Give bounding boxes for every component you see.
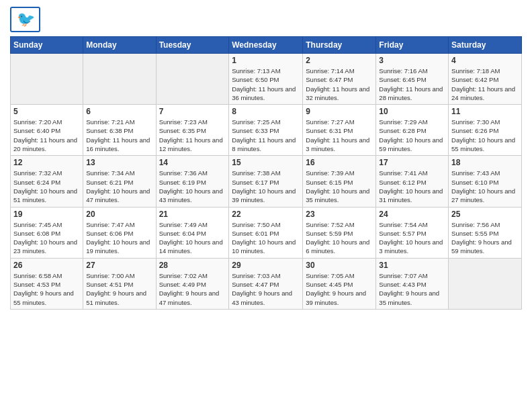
- day-info: Sunrise: 7:21 AMSunset: 6:38 PMDaylight:…: [86, 118, 152, 153]
- calendar-day-cell: 21Sunrise: 7:49 AMSunset: 6:04 PMDayligh…: [156, 207, 229, 258]
- weekday-header-cell: Wednesday: [229, 37, 303, 54]
- calendar-day-cell: 29Sunrise: 7:03 AMSunset: 4:47 PMDayligh…: [229, 258, 303, 309]
- day-number: 6: [86, 107, 152, 116]
- day-number: 30: [306, 261, 373, 270]
- calendar-day-cell: 22Sunrise: 7:50 AMSunset: 6:01 PMDayligh…: [229, 207, 303, 258]
- day-number: 10: [379, 107, 445, 116]
- calendar-day-cell: 7Sunrise: 7:23 AMSunset: 6:35 PMDaylight…: [156, 105, 229, 156]
- day-number: 2: [306, 56, 373, 65]
- day-info: Sunrise: 7:03 AMSunset: 4:47 PMDaylight:…: [232, 271, 300, 307]
- calendar-day-cell: [449, 258, 522, 309]
- day-number: 22: [232, 210, 300, 219]
- calendar-day-cell: 26Sunrise: 6:58 AMSunset: 4:53 PMDayligh…: [11, 258, 83, 309]
- day-number: 19: [13, 210, 80, 219]
- logo: 🐦: [10, 7, 40, 32]
- weekday-header-cell: Sunday: [11, 37, 83, 54]
- calendar-day-cell: 23Sunrise: 7:52 AMSunset: 5:59 PMDayligh…: [303, 207, 376, 258]
- calendar-week-row: 26Sunrise: 6:58 AMSunset: 4:53 PMDayligh…: [11, 258, 522, 309]
- calendar-day-cell: 20Sunrise: 7:47 AMSunset: 6:06 PMDayligh…: [83, 207, 156, 258]
- day-number: 26: [13, 261, 80, 270]
- day-info: Sunrise: 7:45 AMSunset: 6:08 PMDaylight:…: [13, 220, 80, 256]
- day-number: 14: [159, 158, 226, 167]
- calendar-day-cell: 13Sunrise: 7:34 AMSunset: 6:21 PMDayligh…: [83, 156, 156, 207]
- day-info: Sunrise: 7:00 AMSunset: 4:51 PMDaylight:…: [86, 271, 152, 307]
- day-number: 5: [13, 107, 80, 116]
- calendar-week-row: 5Sunrise: 7:20 AMSunset: 6:40 PMDaylight…: [11, 105, 522, 156]
- calendar-body: 1Sunrise: 7:13 AMSunset: 6:50 PMDaylight…: [11, 54, 522, 310]
- day-number: 25: [451, 210, 519, 219]
- day-info: Sunrise: 7:38 AMSunset: 6:17 PMDaylight:…: [232, 169, 300, 204]
- day-info: Sunrise: 7:02 AMSunset: 4:49 PMDaylight:…: [159, 271, 226, 307]
- day-info: Sunrise: 7:30 AMSunset: 6:26 PMDaylight:…: [451, 118, 519, 153]
- calendar-week-row: 1Sunrise: 7:13 AMSunset: 6:50 PMDaylight…: [11, 54, 522, 105]
- day-number: 17: [379, 158, 445, 167]
- calendar-day-cell: 24Sunrise: 7:54 AMSunset: 5:57 PMDayligh…: [376, 207, 449, 258]
- day-number: 28: [159, 261, 226, 270]
- day-number: 15: [232, 158, 300, 167]
- day-number: 12: [13, 158, 80, 167]
- calendar-day-cell: [83, 54, 156, 105]
- day-info: Sunrise: 7:29 AMSunset: 6:28 PMDaylight:…: [379, 118, 445, 153]
- day-number: 4: [451, 56, 519, 65]
- calendar-week-row: 12Sunrise: 7:32 AMSunset: 6:24 PMDayligh…: [11, 156, 522, 207]
- weekday-header-row: SundayMondayTuesdayWednesdayThursdayFrid…: [11, 37, 522, 54]
- day-info: Sunrise: 7:54 AMSunset: 5:57 PMDaylight:…: [379, 220, 445, 256]
- day-number: 29: [232, 261, 300, 270]
- day-number: 21: [159, 210, 226, 219]
- day-info: Sunrise: 7:49 AMSunset: 6:04 PMDaylight:…: [159, 220, 226, 256]
- page-container: 🐦 SundayMondayTuesdayWednesdayThursdayFr…: [0, 0, 532, 316]
- day-info: Sunrise: 7:50 AMSunset: 6:01 PMDaylight:…: [232, 220, 300, 256]
- day-number: 20: [86, 210, 152, 219]
- calendar-day-cell: [156, 54, 229, 105]
- day-number: 1: [232, 56, 300, 65]
- day-info: Sunrise: 7:43 AMSunset: 6:10 PMDaylight:…: [451, 169, 519, 204]
- day-number: 11: [451, 107, 519, 116]
- day-info: Sunrise: 7:14 AMSunset: 6:47 PMDaylight:…: [306, 66, 373, 102]
- day-info: Sunrise: 7:16 AMSunset: 6:45 PMDaylight:…: [379, 66, 445, 102]
- day-number: 31: [379, 261, 445, 270]
- calendar-day-cell: 16Sunrise: 7:39 AMSunset: 6:15 PMDayligh…: [303, 156, 376, 207]
- calendar-day-cell: 18Sunrise: 7:43 AMSunset: 6:10 PMDayligh…: [449, 156, 522, 207]
- calendar-day-cell: 25Sunrise: 7:56 AMSunset: 5:55 PMDayligh…: [449, 207, 522, 258]
- day-info: Sunrise: 7:23 AMSunset: 6:35 PMDaylight:…: [159, 118, 226, 153]
- weekday-header-cell: Friday: [376, 37, 449, 54]
- day-info: Sunrise: 7:39 AMSunset: 6:15 PMDaylight:…: [306, 169, 373, 204]
- day-number: 7: [159, 107, 226, 116]
- calendar-day-cell: 19Sunrise: 7:45 AMSunset: 6:08 PMDayligh…: [11, 207, 83, 258]
- calendar-day-cell: 1Sunrise: 7:13 AMSunset: 6:50 PMDaylight…: [229, 54, 303, 105]
- day-number: 9: [306, 107, 373, 116]
- day-number: 23: [306, 210, 373, 219]
- calendar-day-cell: [11, 54, 83, 105]
- day-info: Sunrise: 7:32 AMSunset: 6:24 PMDaylight:…: [13, 169, 80, 204]
- day-info: Sunrise: 7:36 AMSunset: 6:19 PMDaylight:…: [159, 169, 226, 204]
- calendar-day-cell: 9Sunrise: 7:27 AMSunset: 6:31 PMDaylight…: [303, 105, 376, 156]
- calendar-day-cell: 10Sunrise: 7:29 AMSunset: 6:28 PMDayligh…: [376, 105, 449, 156]
- day-info: Sunrise: 7:27 AMSunset: 6:31 PMDaylight:…: [306, 118, 373, 153]
- calendar-table: SundayMondayTuesdayWednesdayThursdayFrid…: [10, 36, 522, 310]
- day-info: Sunrise: 7:25 AMSunset: 6:33 PMDaylight:…: [232, 118, 300, 153]
- day-number: 3: [379, 56, 445, 65]
- day-number: 18: [451, 158, 519, 167]
- calendar-day-cell: 15Sunrise: 7:38 AMSunset: 6:17 PMDayligh…: [229, 156, 303, 207]
- day-info: Sunrise: 7:47 AMSunset: 6:06 PMDaylight:…: [86, 220, 152, 256]
- weekday-header-cell: Tuesday: [156, 37, 229, 54]
- day-info: Sunrise: 6:58 AMSunset: 4:53 PMDaylight:…: [13, 271, 80, 307]
- day-number: 24: [379, 210, 445, 219]
- calendar-day-cell: 30Sunrise: 7:05 AMSunset: 4:45 PMDayligh…: [303, 258, 376, 309]
- day-number: 16: [306, 158, 373, 167]
- day-info: Sunrise: 7:52 AMSunset: 5:59 PMDaylight:…: [306, 220, 373, 256]
- header: 🐦: [10, 7, 522, 32]
- day-info: Sunrise: 7:56 AMSunset: 5:55 PMDaylight:…: [451, 220, 519, 256]
- day-info: Sunrise: 7:41 AMSunset: 6:12 PMDaylight:…: [379, 169, 445, 204]
- logo-bird-icon: 🐦: [17, 11, 35, 28]
- day-info: Sunrise: 7:34 AMSunset: 6:21 PMDaylight:…: [86, 169, 152, 204]
- day-info: Sunrise: 7:18 AMSunset: 6:42 PMDaylight:…: [451, 66, 519, 102]
- calendar-day-cell: 28Sunrise: 7:02 AMSunset: 4:49 PMDayligh…: [156, 258, 229, 309]
- day-info: Sunrise: 7:13 AMSunset: 6:50 PMDaylight:…: [232, 66, 300, 102]
- calendar-day-cell: 3Sunrise: 7:16 AMSunset: 6:45 PMDaylight…: [376, 54, 449, 105]
- day-info: Sunrise: 7:20 AMSunset: 6:40 PMDaylight:…: [13, 118, 80, 153]
- calendar-day-cell: 11Sunrise: 7:30 AMSunset: 6:26 PMDayligh…: [449, 105, 522, 156]
- calendar-day-cell: 12Sunrise: 7:32 AMSunset: 6:24 PMDayligh…: [11, 156, 83, 207]
- calendar-day-cell: 2Sunrise: 7:14 AMSunset: 6:47 PMDaylight…: [303, 54, 376, 105]
- calendar-day-cell: 27Sunrise: 7:00 AMSunset: 4:51 PMDayligh…: [83, 258, 156, 309]
